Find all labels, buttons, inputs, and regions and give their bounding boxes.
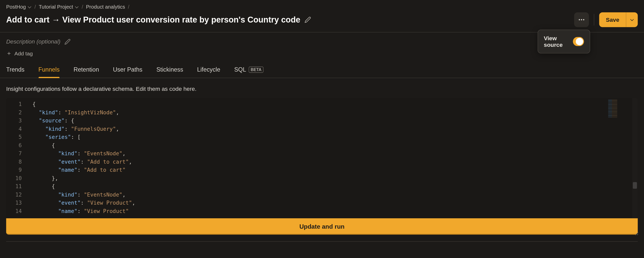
line-number: 5 xyxy=(6,133,29,142)
update-and-run-button[interactable]: Update and run xyxy=(6,218,638,235)
breadcrumb-item-analytics[interactable]: Product analytics xyxy=(86,4,125,10)
header: PostHog / Tutorial Project / Product ana… xyxy=(0,0,644,32)
code-line: "kind": "FunnelsQuery", xyxy=(32,125,638,133)
view-source-label: View source xyxy=(544,35,567,48)
tab-label: Trends xyxy=(6,66,24,73)
line-number: 10 xyxy=(6,174,29,183)
separator xyxy=(594,14,595,26)
line-number: 9 xyxy=(6,166,29,175)
add-tag-label: Add tag xyxy=(14,50,33,56)
breadcrumb-item-project[interactable]: Tutorial Project xyxy=(39,4,79,10)
tab-label: SQL xyxy=(234,66,246,73)
line-number: 12 xyxy=(6,191,29,199)
tab-label: User Paths xyxy=(113,66,142,73)
resize-handle-icon[interactable] xyxy=(634,231,639,236)
vertical-scrollbar[interactable] xyxy=(632,98,638,218)
save-button[interactable]: Save xyxy=(599,12,638,27)
code-line: "kind": "InsightVizNode", xyxy=(32,109,638,117)
code-line: "event": "View Product", xyxy=(32,199,638,207)
code-line: { xyxy=(32,141,638,150)
breadcrumb-item-posthog[interactable]: PostHog xyxy=(6,4,32,10)
line-number: 3 xyxy=(6,117,29,125)
view-source-toggle[interactable] xyxy=(573,37,584,46)
line-gutter: 1234567891011121314 xyxy=(6,98,29,218)
code-line: { xyxy=(32,100,638,109)
tab-user-paths[interactable]: User Paths xyxy=(113,66,142,78)
line-number: 7 xyxy=(6,150,29,158)
code-line: { xyxy=(32,183,638,191)
breadcrumb-label: Tutorial Project xyxy=(39,4,73,10)
chevron-down-icon xyxy=(75,5,79,9)
code-line: "name": "Add to cart" xyxy=(32,166,638,175)
beta-badge: BETA xyxy=(249,66,263,72)
code-line: "kind": "EventsNode", xyxy=(32,191,638,199)
breadcrumb-label: PostHog xyxy=(6,4,26,10)
title-row: Add to cart → View Product user conversi… xyxy=(6,12,638,32)
code-line: "kind": "EventsNode", xyxy=(32,150,638,158)
tab-stickiness[interactable]: Stickiness xyxy=(156,66,183,78)
line-number: 14 xyxy=(6,207,29,216)
tab-funnels[interactable]: Funnels xyxy=(38,66,60,78)
breadcrumb-separator: / xyxy=(34,4,36,10)
code-line: "name": "View Product" xyxy=(32,207,638,216)
editor-area: 1234567891011121314 { "kind": "InsightVi… xyxy=(0,98,644,241)
save-button-label: Save xyxy=(599,12,626,27)
line-number: 11 xyxy=(6,183,29,191)
tab-label: Retention xyxy=(73,66,99,73)
edit-icon[interactable] xyxy=(65,38,71,45)
code-content[interactable]: { "kind": "InsightVizNode", "source": { … xyxy=(29,98,638,218)
breadcrumb: PostHog / Tutorial Project / Product ana… xyxy=(6,4,638,10)
svg-point-2 xyxy=(583,19,584,20)
chevron-down-icon xyxy=(28,5,32,9)
chevron-down-icon xyxy=(630,18,634,22)
line-number: 13 xyxy=(6,199,29,207)
tabs: TrendsFunnelsRetentionUser PathsStickine… xyxy=(0,57,644,78)
code-line: "event": "Add to cart", xyxy=(32,158,638,166)
tab-label: Stickiness xyxy=(156,66,183,73)
svg-point-1 xyxy=(581,19,582,20)
plus-icon: ＋ xyxy=(6,50,12,57)
breadcrumb-separator: / xyxy=(82,4,83,10)
section-divider xyxy=(6,241,638,242)
svg-line-4 xyxy=(637,234,638,235)
breadcrumb-separator: / xyxy=(128,4,130,10)
view-source-popover: View source xyxy=(538,30,590,53)
tab-lifecycle[interactable]: Lifecycle xyxy=(197,66,220,78)
code-line: "source": { xyxy=(32,117,638,125)
tab-label: Lifecycle xyxy=(197,66,220,73)
save-button-dropdown[interactable] xyxy=(626,12,638,27)
tab-trends[interactable]: Trends xyxy=(6,66,24,78)
tab-retention[interactable]: Retention xyxy=(73,66,99,78)
page-title: Add to cart → View Product user conversi… xyxy=(6,15,300,24)
edit-icon[interactable] xyxy=(304,16,311,23)
code-line: "series": [ xyxy=(32,133,638,142)
scrollbar-thumb[interactable] xyxy=(633,182,637,189)
svg-point-0 xyxy=(579,19,580,20)
minimap[interactable] xyxy=(608,99,617,118)
line-number: 4 xyxy=(6,125,29,133)
tab-label: Funnels xyxy=(38,66,60,73)
schema-heading: Insight configurations follow a declarat… xyxy=(0,78,644,98)
tab-sql[interactable]: SQLBETA xyxy=(234,66,263,78)
add-tag-button[interactable]: ＋ Add tag xyxy=(6,50,33,57)
code-editor[interactable]: 1234567891011121314 { "kind": "InsightVi… xyxy=(6,98,638,218)
code-line: }, xyxy=(32,174,638,183)
description-placeholder: Description (optional) xyxy=(6,38,60,45)
svg-line-3 xyxy=(635,232,638,235)
more-horizontal-icon xyxy=(578,16,585,23)
more-button[interactable] xyxy=(574,12,589,27)
line-number: 8 xyxy=(6,158,29,166)
line-number: 1 xyxy=(6,100,29,109)
line-number: 6 xyxy=(6,141,29,150)
line-number: 2 xyxy=(6,109,29,117)
breadcrumb-label: Product analytics xyxy=(86,4,125,10)
